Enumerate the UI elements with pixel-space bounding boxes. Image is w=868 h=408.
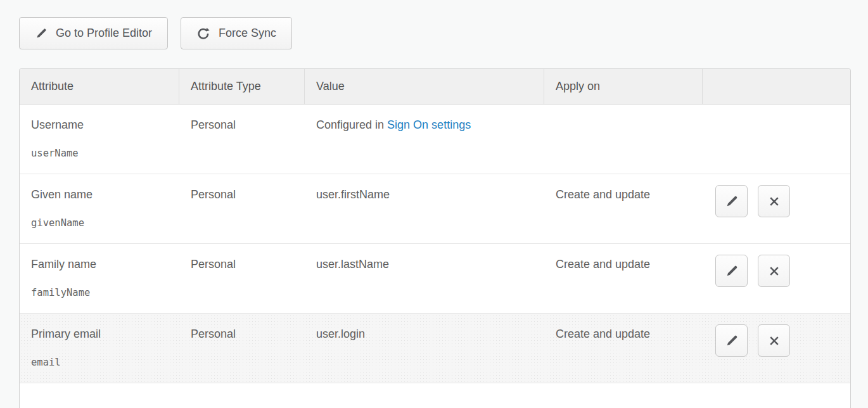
table-row <box>20 383 850 408</box>
table-row: Primary email email Personal user.login … <box>20 314 850 383</box>
sync-icon <box>196 27 210 41</box>
table-row: Username userName Personal Configured in… <box>20 105 850 174</box>
pencil-icon <box>725 334 739 348</box>
value-text: Configured in <box>316 118 387 131</box>
attribute-variable-name: email <box>31 357 174 368</box>
apply-on-cell: Create and update <box>544 244 703 313</box>
attribute-type-cell: Personal <box>179 314 305 383</box>
column-header-attribute: Attribute <box>20 69 179 104</box>
force-sync-button[interactable]: Force Sync <box>181 17 292 49</box>
attribute-variable-name: userName <box>31 148 174 159</box>
attribute-label: Primary email <box>31 328 174 341</box>
column-header-value: Value <box>305 69 544 104</box>
close-icon <box>768 335 781 347</box>
edit-attribute-button[interactable] <box>715 324 748 357</box>
column-header-apply-on: Apply on <box>544 69 703 104</box>
attribute-type-cell: Personal <box>179 244 305 313</box>
toolbar: Go to Profile Editor Force Sync <box>19 17 292 49</box>
attribute-cell: Given name givenName <box>20 174 179 243</box>
close-icon <box>768 265 781 277</box>
edit-attribute-button[interactable] <box>715 185 748 217</box>
delete-attribute-button[interactable] <box>758 185 790 217</box>
pencil-icon <box>725 194 739 208</box>
close-icon <box>768 195 781 208</box>
attribute-cell: Family name familyName <box>20 244 179 313</box>
delete-attribute-button[interactable] <box>758 324 790 357</box>
attribute-cell: Username userName <box>20 105 179 174</box>
value-cell: user.login <box>305 314 544 383</box>
attribute-label: Given name <box>31 188 174 201</box>
sign-on-settings-link[interactable]: Sign On settings <box>387 118 471 131</box>
attribute-label: Family name <box>31 258 174 271</box>
attribute-variable-name: familyName <box>31 287 174 298</box>
edit-attribute-button[interactable] <box>715 255 748 287</box>
actions-cell <box>703 105 850 174</box>
value-cell: Configured in Sign On settings <box>305 105 544 174</box>
actions-cell <box>703 174 850 243</box>
column-header-actions <box>703 69 850 104</box>
button-label: Go to Profile Editor <box>56 27 152 40</box>
table-header: Attribute Attribute Type Value Apply on <box>20 69 850 105</box>
value-cell: user.firstName <box>305 174 544 243</box>
go-to-profile-editor-button[interactable]: Go to Profile Editor <box>19 17 168 49</box>
attribute-cell: Primary email email <box>20 314 179 383</box>
attribute-mappings-page: Go to Profile Editor Force Sync Attribut… <box>0 0 868 408</box>
apply-on-cell: Create and update <box>544 314 703 383</box>
column-header-attribute-type: Attribute Type <box>179 69 305 104</box>
actions-cell <box>703 314 850 383</box>
pencil-icon <box>35 27 48 40</box>
button-label: Force Sync <box>219 27 276 40</box>
attribute-label: Username <box>31 118 174 132</box>
pencil-icon <box>725 264 739 278</box>
actions-cell <box>703 244 850 313</box>
apply-on-cell <box>544 105 703 174</box>
table-row: Family name familyName Personal user.las… <box>20 244 850 314</box>
table-row: Given name givenName Personal user.first… <box>20 174 850 244</box>
apply-on-cell: Create and update <box>544 174 703 243</box>
attribute-variable-name: givenName <box>31 217 174 229</box>
value-cell: user.lastName <box>305 244 544 313</box>
attribute-mappings-table: Attribute Attribute Type Value Apply on … <box>19 68 851 408</box>
attribute-type-cell: Personal <box>179 105 305 174</box>
attribute-type-cell: Personal <box>179 174 305 243</box>
delete-attribute-button[interactable] <box>758 255 790 287</box>
